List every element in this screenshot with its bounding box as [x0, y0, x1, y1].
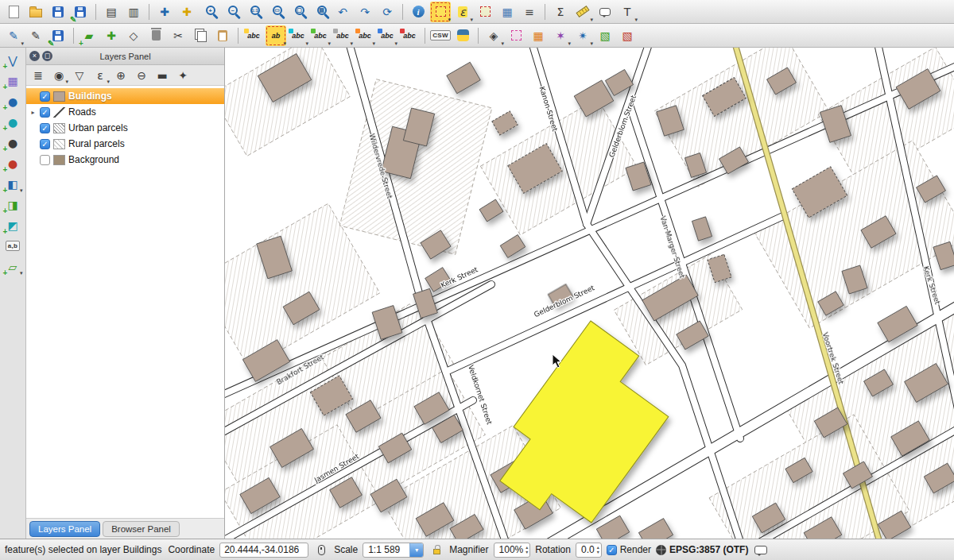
- node-tool[interactable]: ◇: [123, 25, 144, 46]
- text-annotation[interactable]: T▾: [617, 2, 638, 22]
- collapse-all[interactable]: ⊖: [132, 67, 151, 84]
- save-project-as[interactable]: ✎: [70, 2, 91, 22]
- save-project[interactable]: [48, 2, 68, 22]
- scale-lock-button[interactable]: [429, 542, 444, 558]
- expand-all[interactable]: ⊕: [111, 67, 130, 84]
- rotation-spinbox[interactable]: 0.0 ▴ ▾: [576, 543, 602, 558]
- layer-item-urban-parcels[interactable]: ✓Urban parcels: [26, 120, 224, 136]
- layer-visibility-checkbox[interactable]: ✓: [40, 139, 50, 149]
- filter-legend[interactable]: ▽: [70, 67, 89, 84]
- current-edits-caret[interactable]: ▾: [21, 41, 24, 47]
- python-console[interactable]: [452, 25, 473, 46]
- mouse-position-button[interactable]: [313, 542, 329, 558]
- text-annotation-caret[interactable]: ▾: [634, 17, 638, 23]
- select-by-expression[interactable]: ε▾: [452, 2, 473, 22]
- layer-visibility-checkbox[interactable]: [40, 155, 50, 165]
- select-by-expression-caret[interactable]: ▾: [470, 17, 473, 23]
- panel-close-button[interactable]: ×: [29, 51, 40, 61]
- cut-features[interactable]: ✂: [168, 25, 188, 46]
- new-project[interactable]: [3, 2, 24, 22]
- paste-features[interactable]: [212, 25, 233, 46]
- map-tips[interactable]: [595, 2, 615, 22]
- current-edits[interactable]: ✎▾: [3, 25, 24, 46]
- crs-status-button[interactable]: EPSG:3857 (OTF): [656, 544, 748, 555]
- add-wfs-layer[interactable]: ◩+: [3, 216, 23, 234]
- pan-map[interactable]: ✚: [154, 2, 175, 22]
- filter-by-expression[interactable]: ε▾: [91, 67, 110, 84]
- area-selection-plugin[interactable]: [506, 25, 526, 46]
- clear-all[interactable]: ✦: [173, 67, 192, 84]
- magnifier-spinbox[interactable]: 100% ▴ ▾: [494, 543, 531, 558]
- panel-float-button[interactable]: ◻: [42, 51, 52, 61]
- geometry-checker[interactable]: ◈▾: [483, 25, 504, 46]
- manage-map-themes-caret[interactable]: ▾: [65, 79, 68, 85]
- select-features[interactable]: ▾: [430, 2, 451, 22]
- map-theme-red[interactable]: ▧: [617, 25, 638, 46]
- composer-manager[interactable]: ▥: [123, 2, 144, 22]
- open-layer-styling-dock[interactable]: ≣: [29, 67, 48, 84]
- zoom-last[interactable]: ↶: [332, 2, 353, 22]
- rotate-label[interactable]: abc▾: [310, 25, 331, 46]
- scale-dropdown-button[interactable]: ▾: [409, 543, 423, 557]
- zoom-in[interactable]: +: [199, 2, 219, 22]
- refresh-map[interactable]: ⟳: [377, 2, 398, 22]
- identify-features[interactable]: i: [408, 2, 429, 22]
- open-attribute-table[interactable]: ▦: [497, 2, 518, 22]
- statistical-summary[interactable]: Σ: [550, 2, 571, 22]
- move-feature[interactable]: ✚: [101, 25, 122, 46]
- layer-visibility-checkbox[interactable]: ✓: [40, 123, 50, 133]
- add-wcs-layer[interactable]: ◨+: [3, 195, 23, 214]
- add-oracle-layer[interactable]: ●+: [3, 154, 23, 172]
- toggle-editing[interactable]: ✎: [25, 25, 46, 46]
- save-layer-edits[interactable]: ✎: [48, 25, 68, 46]
- layer-item-buildings[interactable]: ✓Buildings: [26, 88, 224, 104]
- zoom-next[interactable]: ↷: [355, 2, 375, 22]
- diagram-options[interactable]: abc: [399, 25, 420, 46]
- zoom-to-layer[interactable]: ▤: [310, 2, 331, 22]
- delete-selected[interactable]: [145, 25, 166, 46]
- render-checkbox[interactable]: ✓ Render: [607, 544, 651, 555]
- raster-tools[interactable]: ▦: [528, 25, 549, 46]
- add-vector-layer[interactable]: ⋁+: [3, 51, 23, 69]
- spin-down-icon[interactable]: ▾: [597, 550, 599, 554]
- sketch-tool-caret[interactable]: ▾: [590, 41, 593, 47]
- change-label-properties[interactable]: abc▾: [332, 25, 353, 46]
- coordinate-input[interactable]: 20.4444,-34.0186: [219, 543, 308, 558]
- deselect-all[interactable]: [475, 2, 495, 22]
- measure-line-caret[interactable]: ▾: [590, 17, 593, 23]
- layer-labeling-options[interactable]: abc: [243, 25, 264, 46]
- rotate-label-caret[interactable]: ▾: [328, 41, 331, 47]
- move-label[interactable]: abc▾: [288, 25, 308, 46]
- change-label-properties-caret[interactable]: ▾: [350, 41, 353, 47]
- layer-visibility-checkbox[interactable]: ✓: [40, 91, 50, 102]
- spinner-arrows-icon[interactable]: ▴ ▾: [525, 545, 528, 554]
- map-canvas[interactable]: Kanon StreetGelderblom StreetWildervrede…: [225, 48, 954, 539]
- add-delimited-text-layer[interactable]: a,b: [3, 237, 23, 255]
- spinner-arrows-icon[interactable]: ▴ ▾: [597, 545, 599, 554]
- add-postgis-layer[interactable]: ●+: [3, 92, 23, 110]
- spin-down-icon[interactable]: ▾: [525, 550, 528, 554]
- new-print-composer[interactable]: ▤: [101, 2, 122, 22]
- pin-labels-caret[interactable]: ▾: [372, 41, 375, 47]
- map-theme-green[interactable]: ▧: [595, 25, 615, 46]
- tab-layers-panel[interactable]: Layers Panel: [29, 521, 100, 537]
- label-tool-caret[interactable]: ▾: [283, 41, 286, 47]
- label-tool[interactable]: ab▾: [266, 25, 286, 46]
- filter-by-expression-caret[interactable]: ▾: [107, 79, 110, 85]
- magic-wand-tool[interactable]: ✶▾: [550, 25, 571, 46]
- pan-to-selection[interactable]: ✚: [176, 2, 197, 22]
- zoom-to-selection[interactable]: ▢: [288, 2, 308, 22]
- copy-features[interactable]: [190, 25, 211, 46]
- zoom-out[interactable]: −: [221, 2, 242, 22]
- tab-browser-panel[interactable]: Browser Panel: [103, 521, 180, 537]
- zoom-full[interactable]: ▭: [266, 2, 286, 22]
- new-shapefile-layer-caret[interactable]: ▾: [20, 270, 23, 276]
- remove-layer[interactable]: ▬: [153, 67, 172, 84]
- zoom-native[interactable]: 1:1: [243, 2, 264, 22]
- measure-line[interactable]: ▾: [572, 2, 593, 22]
- geometry-checker-caret[interactable]: ▾: [501, 41, 504, 47]
- highlight-pinned-labels-caret[interactable]: ▾: [394, 41, 398, 47]
- add-mssql-layer[interactable]: ●+: [3, 133, 23, 152]
- select-features-caret[interactable]: ▾: [448, 17, 451, 23]
- open-project[interactable]: [25, 2, 46, 22]
